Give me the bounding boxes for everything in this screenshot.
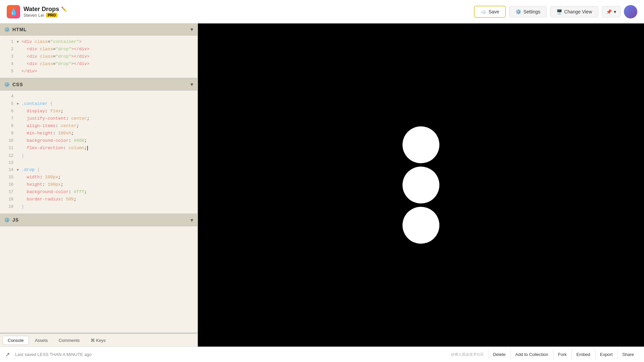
code-line: 4 (0, 93, 197, 100)
external-link-icon[interactable]: ↗ (5, 351, 10, 358)
view-icon: 🖥️ (556, 9, 562, 14)
css-gear-icon[interactable]: ⚙️ (4, 82, 10, 87)
tab-console[interactable]: Console (3, 336, 29, 345)
css-collapse-button[interactable]: ▾ (191, 81, 193, 87)
avatar[interactable] (624, 5, 637, 18)
logo-icon: 💧 (7, 5, 20, 18)
js-title-row: ⚙️ JS (4, 217, 19, 223)
code-line: 3 <div class="drop"></div> (0, 53, 197, 60)
pro-badge: PRO (46, 13, 57, 17)
delete-button[interactable]: Delete (488, 349, 511, 360)
html-collapse-button[interactable]: ▾ (191, 26, 193, 33)
project-name: Water Drops (23, 6, 59, 13)
header: 💧 Water Drops ✏️ Steven Lei PRO ☁️ Save … (0, 0, 644, 23)
css-section: ⚙️ CSS ▾ 4 5 ▼ .container { 6 (0, 78, 197, 214)
code-line: 8 align-items: center; (0, 122, 197, 130)
code-line: 13 (0, 160, 197, 166)
change-view-button[interactable]: 🖥️ Change View (550, 6, 598, 17)
export-button[interactable]: Export (595, 349, 618, 360)
share-button[interactable]: Share (617, 349, 639, 360)
code-line: 5 ▼ .container { (0, 100, 197, 108)
code-line: 6 display: flex; (0, 108, 197, 115)
css-header: ⚙️ CSS ▾ (0, 78, 197, 90)
tab-keys[interactable]: ⌘ Keys (86, 336, 111, 345)
code-line: 18 border-radius: 50%; (0, 196, 197, 203)
tab-comments[interactable]: Comments (54, 336, 85, 345)
css-label: CSS (12, 82, 23, 87)
tab-assets[interactable]: Assets (30, 336, 53, 345)
code-line: 5 </div> (0, 68, 197, 75)
main-content: ⚙️ HTML ▾ 1 ▼ <div class="container"> 2 … (0, 23, 644, 347)
gear-icon: ⚙️ (516, 9, 521, 14)
code-line: 19 } (0, 203, 197, 210)
logo-area: 💧 Water Drops ✏️ Steven Lei PRO (7, 5, 67, 18)
js-label: JS (12, 217, 19, 223)
preview-panel (198, 23, 644, 347)
code-line: 7 justify-content: center; (0, 115, 197, 122)
settings-button[interactable]: ⚙️ Settings (509, 6, 547, 17)
project-title: Water Drops ✏️ (23, 6, 67, 13)
js-collapse-button[interactable]: ▾ (191, 217, 193, 223)
pin-button[interactable]: 📌 ▾ (602, 6, 621, 17)
chevron-down-icon: ▾ (614, 9, 616, 14)
html-section: ⚙️ HTML ▾ 1 ▼ <div class="container"> 2 … (0, 23, 197, 78)
drops-container (402, 126, 439, 244)
code-panel: ⚙️ HTML ▾ 1 ▼ <div class="container"> 2 … (0, 23, 198, 347)
logo-text: Water Drops ✏️ Steven Lei PRO (23, 6, 67, 18)
embed-button[interactable]: Embed (572, 349, 595, 360)
save-button[interactable]: ☁️ Save (474, 6, 506, 18)
js-section: ⚙️ JS ▾ (0, 214, 197, 333)
code-line: 9 min-height: 100vh; (0, 130, 197, 137)
save-label: Save (488, 9, 499, 14)
css-code-content[interactable]: 4 5 ▼ .container { 6 display: flex; 7 (0, 90, 197, 213)
drop-1 (402, 126, 439, 163)
code-line: 15 width: 100px; (0, 174, 197, 181)
html-header: ⚙️ HTML ▾ (0, 23, 197, 36)
code-line: 4 <div class="drop"></div> (0, 60, 197, 68)
code-line: 17 background-color: #fff; (0, 188, 197, 196)
cloud-icon: ☁️ (481, 9, 486, 14)
status-bar: ↗ Last saved LESS THAN A MINUTE ago @稀土掘… (0, 347, 644, 362)
code-line: 1 ▼ <div class="container"> (0, 38, 197, 46)
status-text: Last saved LESS THAN A MINUTE ago (15, 352, 92, 357)
edit-icon[interactable]: ✏️ (61, 6, 67, 12)
code-line: 12 } (0, 152, 197, 160)
bottom-tabs: Console Assets Comments ⌘ Keys (0, 333, 197, 347)
css-title-row: ⚙️ CSS (4, 82, 23, 87)
drop-3 (402, 207, 439, 244)
add-to-collection-button[interactable]: Add to Collection (510, 349, 553, 360)
html-code-content[interactable]: 1 ▼ <div class="container"> 2 <div class… (0, 36, 197, 78)
watermark: @稀土掘金技术社区 (450, 352, 484, 357)
code-line: 16 height: 100px; (0, 181, 197, 188)
code-line: 2 <div class="drop"></div> (0, 46, 197, 53)
status-actions: @稀土掘金技术社区 Delete Add to Collection Fork … (450, 349, 639, 360)
js-gear-icon[interactable]: ⚙️ (4, 217, 10, 223)
html-gear-icon[interactable]: ⚙️ (4, 27, 10, 32)
change-view-label: Change View (564, 9, 592, 14)
html-label: HTML (12, 27, 27, 32)
status-left: ↗ Last saved LESS THAN A MINUTE ago (5, 351, 92, 358)
html-title-row: ⚙️ HTML (4, 27, 27, 32)
code-line: 14 ▼ .drop { (0, 166, 197, 174)
settings-label: Settings (523, 9, 540, 14)
author-row: Steven Lei PRO (23, 13, 67, 18)
header-actions: ☁️ Save ⚙️ Settings 🖥️ Change View 📌 ▾ (474, 5, 637, 18)
js-code-content[interactable] (0, 226, 197, 333)
fork-button[interactable]: Fork (553, 349, 572, 360)
code-line: 11 flex-direction: column; (0, 144, 197, 152)
drop-2 (402, 167, 439, 203)
js-header: ⚙️ JS ▾ (0, 214, 197, 226)
code-line: 10 background-color: #000; (0, 137, 197, 144)
author-name: Steven Lei (23, 13, 44, 18)
pin-icon: 📌 (606, 9, 612, 14)
